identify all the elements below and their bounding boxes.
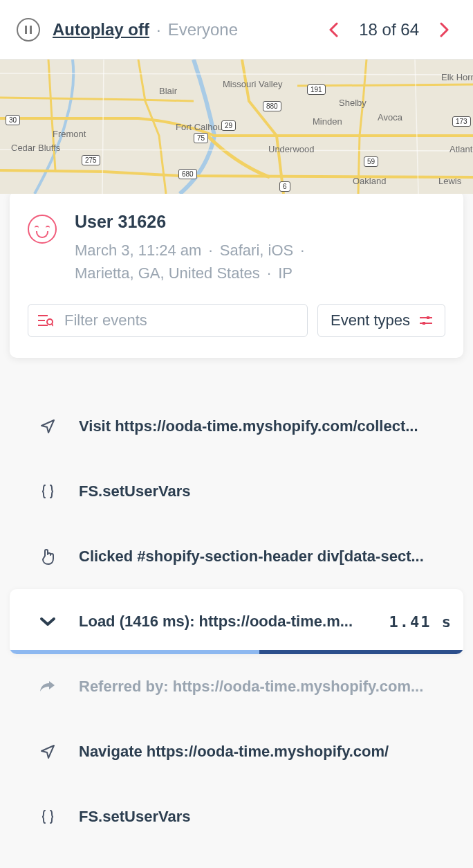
event-text: Navigate https://ooda-time.myshopify.com… <box>79 743 452 761</box>
map-city-label: Shelby <box>339 98 367 108</box>
user-meta: March 3, 11:24 am · Safari, iOS · Mariet… <box>75 239 307 284</box>
user-location: Marietta, GA, United States <box>75 264 260 282</box>
user-ip-link[interactable]: IP <box>278 264 293 282</box>
page-counter: 18 of 64 <box>359 20 419 39</box>
event-row[interactable]: Clicked #shopify-section-1568664550657 d… <box>0 849 473 868</box>
share-icon <box>39 678 57 696</box>
pause-icon[interactable] <box>17 18 40 42</box>
chevron-icon <box>39 613 57 631</box>
navigate-icon <box>39 417 57 435</box>
user-name[interactable]: User 31626 <box>75 212 307 232</box>
map-city-label: Lewis <box>438 176 461 186</box>
map-city-label: Fremont <box>53 129 86 139</box>
filter-input-wrap[interactable] <box>28 304 308 337</box>
event-row[interactable]: Visit https://ooda-time.myshopify.com/co… <box>0 394 473 459</box>
event-text: Visit https://ooda-time.myshopify.com/co… <box>79 417 452 435</box>
event-text: FS.setUserVars <box>79 808 452 826</box>
filter-events-input[interactable] <box>64 311 297 329</box>
avatar <box>28 215 57 244</box>
map-city-label: Minden <box>313 116 342 127</box>
event-row[interactable]: Clicked #shopify-section-header div[data… <box>0 524 473 589</box>
map-city-label: Fort Calhoun <box>176 122 228 132</box>
event-text: Load (1416 ms): https://ooda-time.m... <box>79 613 367 631</box>
event-row[interactable]: Referred by: https://ooda-time.myshopify… <box>0 654 473 719</box>
code-icon <box>39 808 57 826</box>
code-icon <box>39 482 57 500</box>
map-city-label: Cedar Bluffs <box>11 143 60 153</box>
map-route-shield: 75 <box>194 133 208 143</box>
map-route-shield: 29 <box>221 120 236 131</box>
event-row[interactable]: FS.setUserVars <box>0 459 473 524</box>
prev-arrow-icon[interactable] <box>322 22 345 37</box>
load-progress-bar <box>10 650 463 654</box>
event-row[interactable]: Navigate https://ooda-time.myshopify.com… <box>0 719 473 784</box>
map-route-shield: 6 <box>279 181 290 192</box>
map-area[interactable]: BlairMissouri ValleyElk HornShelbyAvocaM… <box>0 60 473 194</box>
separator: · <box>156 20 161 39</box>
map-route-shield: 275 <box>82 155 100 165</box>
event-text: Clicked #shopify-section-header div[data… <box>79 548 452 566</box>
user-card: User 31626 March 3, 11:24 am · Safari, i… <box>10 191 463 358</box>
events-list: Visit https://ooda-time.myshopify.com/co… <box>0 394 473 868</box>
navigate-icon <box>39 743 57 761</box>
header-bar: Autoplay off · Everyone 18 of 64 <box>0 0 473 60</box>
map-route-shield: 173 <box>452 116 471 127</box>
event-types-label: Event types <box>331 311 410 329</box>
map-city-label: Atlanti <box>449 144 473 154</box>
event-text: Referred by: https://ooda-time.myshopify… <box>79 678 452 696</box>
map-city-label: Underwood <box>268 144 315 154</box>
svg-rect-7 <box>427 316 429 319</box>
map-city-label: Elk Horn <box>441 72 473 82</box>
event-duration: 1.41 s <box>389 613 452 631</box>
next-arrow-icon[interactable] <box>433 22 456 37</box>
map-city-label: Oakland <box>353 176 386 186</box>
svg-rect-9 <box>423 322 425 325</box>
map-route-shield: 59 <box>364 156 378 167</box>
autoplay-toggle[interactable]: Autoplay off <box>53 20 149 39</box>
scope-label: Everyone <box>168 20 238 39</box>
svg-line-5 <box>52 324 53 326</box>
sliders-icon <box>420 316 432 325</box>
click-icon <box>39 548 57 566</box>
event-text: FS.setUserVars <box>79 482 452 500</box>
event-types-button[interactable]: Event types <box>317 304 445 337</box>
map-city-label: Missouri Valley <box>223 79 282 89</box>
event-row[interactable]: FS.setUserVars <box>0 784 473 849</box>
map-route-shield: 880 <box>263 101 281 111</box>
map-route-shield: 680 <box>178 169 197 179</box>
map-city-label: Avoca <box>378 112 402 123</box>
filter-icon <box>38 314 53 327</box>
user-timestamp: March 3, 11:24 am <box>75 242 201 259</box>
map-route-shield: 30 <box>6 115 20 125</box>
user-browser: Safari, iOS <box>220 242 293 259</box>
event-row[interactable]: Load (1416 ms): https://ooda-time.m...1.… <box>10 589 463 654</box>
svg-point-4 <box>47 319 53 325</box>
map-city-label: Blair <box>159 86 177 96</box>
map-route-shield: 191 <box>307 84 326 95</box>
